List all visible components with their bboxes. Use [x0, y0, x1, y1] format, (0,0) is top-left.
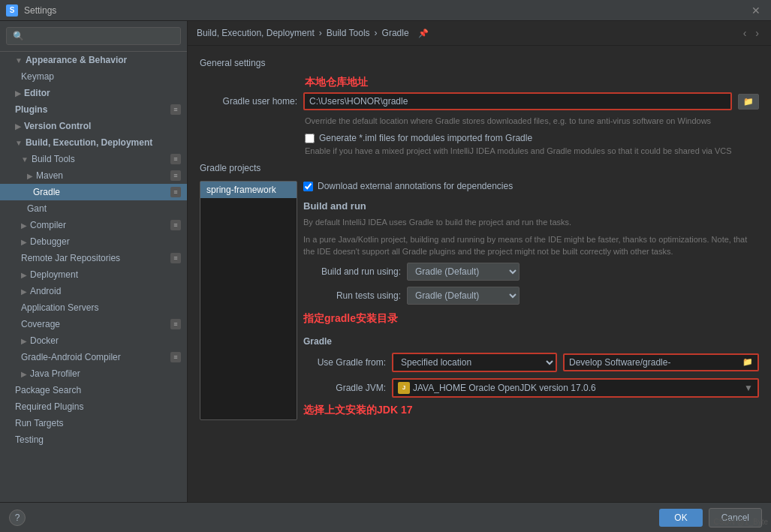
- generate-iml-hint: Enable if you have a mixed project with …: [305, 146, 759, 155]
- expand-arrow: ▶: [21, 271, 27, 279]
- breadcrumb-part3: Gradle: [382, 28, 409, 38]
- browse-button[interactable]: 📁: [738, 94, 759, 110]
- main-container: ▼ Appearance & Behavior Keymap ▶ Editor …: [0, 21, 771, 502]
- build-run-using-select[interactable]: Gradle (Default): [407, 263, 520, 281]
- search-box: [0, 21, 187, 52]
- indicator-icon: ≡: [170, 253, 181, 263]
- sidebar-item-label: Maven: [36, 170, 63, 181]
- close-button[interactable]: ✕: [747, 3, 765, 18]
- sidebar-item-gradle-android[interactable]: Gradle-Android Compiler ≡: [0, 349, 187, 365]
- sidebar-item-required-plugins[interactable]: Required Plugins: [0, 398, 187, 415]
- indicator-icon: ≡: [170, 104, 181, 115]
- use-gradle-from-label: Use Gradle from:: [303, 357, 386, 368]
- use-gradle-from-select[interactable]: Specified location: [392, 353, 557, 372]
- gradle-user-home-row: Gradle user home: 📁: [200, 92, 759, 110]
- breadcrumb-nav: ‹ ›: [740, 27, 762, 39]
- sidebar-item-label: Run Targets: [15, 418, 63, 428]
- sidebar-item-label: Docker: [30, 335, 59, 346]
- build-run-title: Build and run: [303, 200, 759, 212]
- sidebar-item-coverage[interactable]: Coverage ≡: [0, 316, 187, 332]
- run-tests-using-label: Run tests using:: [303, 290, 401, 301]
- bottom-bar: ? OK Cancel CSDN @1_Byte: [0, 502, 771, 532]
- sidebar-item-label: Deployment: [30, 269, 78, 280]
- build-run-desc1: By default IntelliJ IDEA uses Gradle to …: [303, 216, 759, 229]
- sidebar-item-gradle[interactable]: Gradle ≡: [0, 184, 187, 200]
- sidebar-item-gant[interactable]: Gant: [0, 200, 187, 217]
- indicator-icon: ≡: [170, 220, 181, 230]
- sidebar-item-editor[interactable]: ▶ Editor: [0, 85, 187, 101]
- sidebar-item-run-targets[interactable]: Run Targets: [0, 415, 187, 431]
- jdk-icon: J: [398, 382, 410, 394]
- gradle-jvm-select[interactable]: J JAVA_HOME Oracle OpenJDK version 17.0.…: [392, 378, 759, 398]
- ok-button[interactable]: OK: [659, 509, 702, 527]
- download-annotations-label: Download external annotations for depend…: [318, 181, 513, 191]
- breadcrumb-sep2: ›: [375, 28, 378, 38]
- back-button[interactable]: ‹: [740, 27, 750, 39]
- breadcrumb-pin-icon[interactable]: 📌: [418, 29, 429, 38]
- gradle-user-home-input[interactable]: [303, 92, 732, 110]
- expand-arrow: ▶: [21, 337, 27, 345]
- sidebar-item-appearance[interactable]: ▼ Appearance & Behavior: [0, 52, 187, 68]
- gradle-user-hint: Override the default location where Grad…: [305, 116, 759, 125]
- sidebar-item-label: Debugger: [30, 236, 70, 247]
- annotation-gradle-dir: 指定gradle安装目录: [303, 312, 759, 326]
- sidebar-item-app-servers[interactable]: Application Servers: [0, 299, 187, 316]
- download-annotations-checkbox[interactable]: [303, 182, 313, 191]
- sidebar-item-remote-jar[interactable]: Remote Jar Repositories ≡: [0, 250, 187, 266]
- indicator-icon: ≡: [170, 187, 181, 197]
- sidebar-item-maven[interactable]: ▶ Maven ≡: [0, 167, 187, 184]
- sidebar-item-java-profiler[interactable]: ▶ Java Profiler: [0, 365, 187, 382]
- sidebar-item-build-exec-deploy[interactable]: ▼ Build, Execution, Deployment: [0, 134, 187, 151]
- project-item[interactable]: spring-framework: [200, 182, 297, 198]
- help-button[interactable]: ?: [9, 509, 26, 526]
- breadcrumb-sep1: ›: [319, 28, 322, 38]
- gradle-section-label: Gradle: [303, 336, 759, 347]
- expand-arrow: ▶: [27, 172, 33, 180]
- sidebar-item-label: Required Plugins: [15, 401, 83, 412]
- breadcrumb-part1: Build, Execution, Deployment: [197, 28, 315, 38]
- titlebar: S Settings ✕: [0, 0, 771, 21]
- sidebar-item-label: Application Servers: [21, 302, 98, 313]
- sidebar-item-label: Editor: [24, 88, 50, 98]
- gradle-projects-label: Gradle projects: [200, 163, 759, 173]
- search-input[interactable]: [6, 27, 181, 45]
- run-tests-using-select[interactable]: Gradle (Default): [407, 287, 520, 305]
- build-run-desc2: In a pure Java/Kotlin project, building …: [303, 233, 759, 258]
- sidebar-item-plugins[interactable]: Plugins ≡: [0, 101, 187, 118]
- sidebar-item-deployment[interactable]: ▶ Deployment: [0, 266, 187, 283]
- indicator-icon: ≡: [170, 154, 181, 164]
- sidebar-item-label: Compiler: [30, 220, 66, 230]
- generate-iml-label: Generate *.iml files for modules importe…: [319, 133, 532, 143]
- gradle-user-home-label: Gradle user home:: [200, 96, 297, 107]
- sidebar-item-label: Keymap: [21, 71, 54, 82]
- sidebar-item-label: Build, Execution, Deployment: [26, 137, 152, 148]
- sidebar-item-keymap[interactable]: Keymap: [0, 68, 187, 85]
- sidebar-item-testing[interactable]: Testing: [0, 431, 187, 448]
- expand-arrow: ▶: [21, 221, 27, 230]
- expand-arrow: ▼: [15, 139, 23, 147]
- sidebar-item-version-control[interactable]: ▶ Version Control: [0, 118, 187, 134]
- sidebar: ▼ Appearance & Behavior Keymap ▶ Editor …: [0, 21, 188, 502]
- sidebar-item-label: Java Profiler: [30, 368, 80, 379]
- sidebar-item-label: Gant: [27, 203, 47, 214]
- sidebar-item-debugger[interactable]: ▶ Debugger: [0, 233, 187, 250]
- sidebar-item-docker[interactable]: ▶ Docker: [0, 332, 187, 349]
- generate-iml-row: Generate *.iml files for modules importe…: [305, 133, 759, 143]
- sidebar-item-label: Android: [30, 286, 61, 296]
- forward-button[interactable]: ›: [752, 27, 762, 39]
- sidebar-item-build-tools[interactable]: ▼ Build Tools ≡: [0, 151, 187, 167]
- expand-arrow: ▼: [21, 155, 29, 164]
- expand-arrow: ▼: [15, 56, 23, 65]
- breadcrumb: Build, Execution, Deployment › Build Too…: [188, 21, 771, 46]
- build-run-using-row: Build and run using: Gradle (Default): [303, 263, 759, 281]
- sidebar-item-android[interactable]: ▶ Android: [0, 283, 187, 299]
- sidebar-item-package-search[interactable]: Package Search: [0, 382, 187, 398]
- gradle-jvm-row: Gradle JVM: J JAVA_HOME Oracle OpenJDK v…: [303, 378, 759, 398]
- dropdown-arrow: ▼: [744, 383, 753, 393]
- sidebar-item-label: Package Search: [15, 385, 81, 395]
- app-icon: S: [6, 5, 18, 17]
- gradle-location-browse[interactable]: 📁: [742, 357, 753, 367]
- generate-iml-checkbox[interactable]: [305, 134, 315, 143]
- sidebar-item-label: Gradle-Android Compiler: [21, 352, 121, 362]
- sidebar-item-compiler[interactable]: ▶ Compiler ≡: [0, 217, 187, 233]
